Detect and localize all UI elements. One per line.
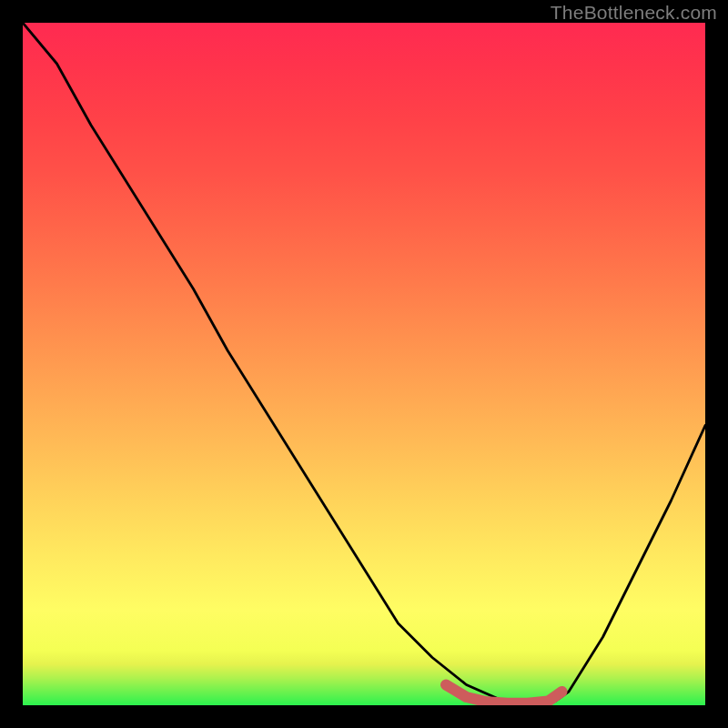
plot-area xyxy=(23,23,705,705)
watermark-text: TheBottleneck.com xyxy=(551,2,717,24)
chart-frame: TheBottleneck.com xyxy=(0,0,728,728)
chart-svg xyxy=(23,23,705,705)
optimal-range-highlight xyxy=(446,685,562,703)
bottleneck-curve xyxy=(23,23,705,703)
